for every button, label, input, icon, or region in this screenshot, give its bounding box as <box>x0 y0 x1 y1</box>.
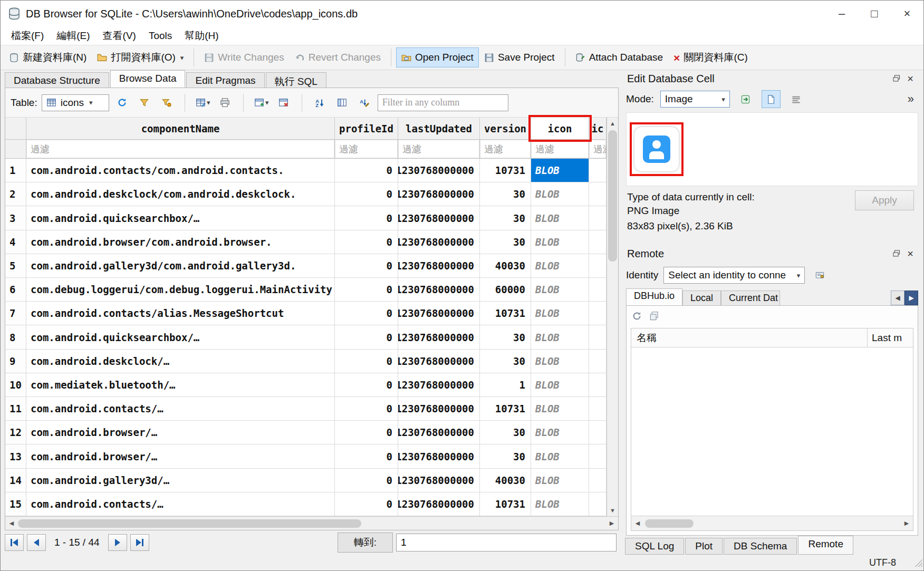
row-number[interactable]: 9 <box>5 350 26 373</box>
cell-extra[interactable] <box>589 182 607 206</box>
cell-profileId[interactable]: 0 <box>335 350 398 373</box>
cell-componentName[interactable]: com.android.deskclock/… <box>26 350 335 373</box>
text-view-button[interactable] <box>787 90 806 108</box>
menu-edit[interactable]: 編輯(E) <box>50 28 96 44</box>
identity-select[interactable]: Select an identity to conne ▾ <box>663 267 805 284</box>
cell-componentName[interactable]: com.android.browser/… <box>26 444 335 468</box>
cell-componentName[interactable]: com.android.quicksearchbox/… <box>26 325 335 349</box>
cell-extra[interactable] <box>589 230 607 254</box>
last-page-button[interactable] <box>130 534 149 551</box>
edit-display-format-button[interactable]: ▾ <box>194 94 212 112</box>
remote-header-name[interactable]: 名稱 <box>631 328 868 347</box>
row-number[interactable]: 4 <box>5 230 26 254</box>
write-changes-button[interactable]: Write Changes <box>199 47 289 67</box>
cell-profileId[interactable]: 0 <box>335 325 398 349</box>
tab-scroll-left-icon[interactable]: ◀ <box>891 291 904 305</box>
cell-profileId[interactable]: 0 <box>335 373 398 396</box>
new-database-button[interactable]: 新建資料庫(N) <box>4 46 92 69</box>
cell-version[interactable]: 30 <box>480 421 531 444</box>
cell-componentName[interactable]: com.android.contacts/… <box>26 397 335 420</box>
cell-version[interactable]: 10731 <box>480 397 531 420</box>
row-number[interactable]: 5 <box>5 254 26 277</box>
open-database-caret-icon[interactable]: ▾ <box>180 54 184 62</box>
cell-componentName[interactable]: com.mediatek.bluetooth/… <box>26 373 335 396</box>
cell-componentName[interactable]: com.android.deskclock/com.android.deskcl… <box>26 182 335 206</box>
vertical-scroll-thumb[interactable] <box>608 130 617 262</box>
filter-componentName[interactable]: 過濾 <box>26 140 335 158</box>
cell-extra[interactable] <box>589 492 607 516</box>
refresh-button[interactable] <box>113 94 131 112</box>
cell-icon[interactable]: BLOB <box>531 254 589 277</box>
row-number[interactable]: 13 <box>5 444 26 468</box>
close-database-button[interactable]: × 關閉資料庫(C) <box>668 46 753 69</box>
scroll-down-icon[interactable]: ▼ <box>607 505 618 516</box>
cell-lastUpdated[interactable]: 1230768000000 <box>398 469 480 492</box>
header-extra[interactable]: ic <box>589 118 607 139</box>
scroll-up-icon[interactable]: ▲ <box>607 118 618 129</box>
cell-lastUpdated[interactable]: 1230768000000 <box>398 302 480 325</box>
resize-grip[interactable] <box>914 558 922 567</box>
open-database-button[interactable]: 打開資料庫(O) ▾ <box>92 46 189 69</box>
more-options-chevron-icon[interactable]: » <box>908 92 918 106</box>
header-icon[interactable]: icon <box>531 118 589 139</box>
sort-ascending-button[interactable]: AZ <box>311 94 329 112</box>
scroll-left-icon[interactable]: ◀ <box>631 520 644 527</box>
header-lastUpdated[interactable]: lastUpdated <box>398 118 480 139</box>
cell-extra[interactable] <box>589 373 607 396</box>
cell-componentName[interactable]: com.android.contacts/com.android.contact… <box>26 159 335 182</box>
cell-lastUpdated[interactable]: 1230768000000 <box>398 325 480 349</box>
save-project-button[interactable]: Save Project <box>479 47 560 67</box>
filter-lastUpdated[interactable]: 過濾 <box>398 140 480 158</box>
filter-icon[interactable]: 過濾 <box>531 140 589 158</box>
cell-profileId[interactable]: 0 <box>335 397 398 420</box>
freeze-columns-button[interactable] <box>333 94 351 112</box>
cell-profileId[interactable]: 0 <box>335 182 398 206</box>
cell-componentName[interactable]: com.android.browser/com.android.browser. <box>26 230 335 254</box>
import-data-button[interactable] <box>736 90 755 108</box>
cell-extra[interactable] <box>589 421 607 444</box>
print-button[interactable] <box>216 94 234 112</box>
cell-profileId[interactable]: 0 <box>335 421 398 444</box>
edit-sort-order-button[interactable]: A <box>355 94 373 112</box>
image-view-button[interactable] <box>762 90 781 108</box>
clone-database-icon[interactable] <box>649 311 659 321</box>
cell-componentName[interactable]: com.android.contacts/… <box>26 492 335 516</box>
cell-componentName[interactable]: com.debug.loggerui/com.debug.loggerui.Ma… <box>26 278 335 301</box>
cell-extra[interactable] <box>589 159 607 182</box>
close-button[interactable]: × <box>891 1 923 27</box>
menu-help[interactable]: 幫助(H) <box>178 28 225 44</box>
filter-profileId[interactable]: 過濾 <box>335 140 398 158</box>
cell-extra[interactable] <box>589 206 607 229</box>
cell-lastUpdated[interactable]: 1230768000000 <box>398 350 480 373</box>
cell-version[interactable]: 10731 <box>480 492 531 516</box>
cell-lastUpdated[interactable]: 1230768000000 <box>398 373 480 396</box>
tab-sql-log[interactable]: SQL Log <box>625 538 684 555</box>
save-filter-button[interactable] <box>158 94 176 112</box>
cell-icon[interactable]: BLOB <box>531 159 589 182</box>
cell-icon[interactable]: BLOB <box>531 325 589 349</box>
row-number[interactable]: 10 <box>5 373 26 396</box>
tab-execute-sql[interactable]: 執行 SQL <box>266 72 326 88</box>
next-page-button[interactable] <box>108 534 127 551</box>
cell-componentName[interactable]: com.android.gallery3d/… <box>26 469 335 492</box>
row-number[interactable]: 3 <box>5 206 26 229</box>
filter-extra[interactable]: 過濾 <box>589 140 607 158</box>
cell-icon[interactable]: BLOB <box>531 230 589 254</box>
cell-profileId[interactable]: 0 <box>335 206 398 229</box>
cell-lastUpdated[interactable]: 1230768000000 <box>398 182 480 206</box>
revert-changes-button[interactable]: Revert Changes <box>290 47 386 67</box>
row-number[interactable]: 14 <box>5 469 26 492</box>
menu-view[interactable]: 查看(V) <box>97 28 142 44</box>
float-panel-icon[interactable] <box>890 247 903 260</box>
mode-select[interactable]: Image ▾ <box>660 91 730 108</box>
row-number[interactable]: 11 <box>5 397 26 420</box>
cell-profileId[interactable]: 0 <box>335 302 398 325</box>
horizontal-scroll-thumb[interactable] <box>18 519 361 528</box>
cell-lastUpdated[interactable]: 1230768000000 <box>398 492 480 516</box>
cell-version[interactable]: 30 <box>480 206 531 229</box>
cell-profileId[interactable]: 0 <box>335 254 398 277</box>
cell-version[interactable]: 40030 <box>480 469 531 492</box>
remote-tab-current-database[interactable]: Current Dat <box>721 291 780 305</box>
cell-extra[interactable] <box>589 444 607 468</box>
clear-filters-button[interactable] <box>136 94 153 112</box>
